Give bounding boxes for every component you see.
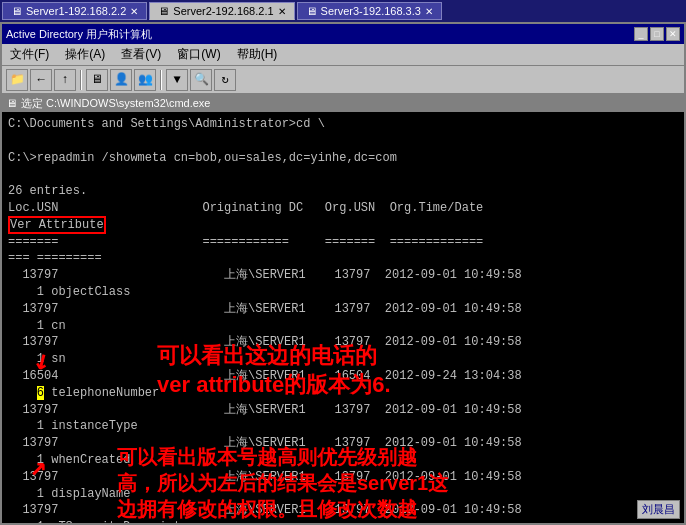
tab-bar: 🖥 Server1-192.168.2.2 ✕ 🖥 Server2-192.16… (0, 0, 686, 22)
tab-close-server2[interactable]: ✕ (278, 6, 286, 17)
menu-action[interactable]: 操作(A) (57, 44, 113, 65)
cmd-line-r8b: 1 nTSecurityDescriptor (8, 519, 678, 523)
cmd-line-r4b: 6 telephoneNumber (8, 385, 678, 402)
toolbar-computer-btn[interactable]: 🖥 (86, 69, 108, 91)
cmd-title-icon: 🖥 (6, 97, 17, 109)
cmd-line-blank2 (8, 166, 678, 183)
ver-attribute-highlight: Ver Attribute (8, 216, 106, 234)
cmd-line-blank1 (8, 133, 678, 150)
cmd-line-header: Loc.USN Originating DC Org.USN Org.Time/… (8, 200, 678, 217)
tab-server3[interactable]: 🖥 Server3-192.168.3.3 ✕ (297, 2, 442, 20)
title-bar-buttons: _ □ ✕ (634, 27, 680, 41)
cmd-line-2: C:\>repadmin /showmeta cn=bob,ou=sales,d… (8, 150, 678, 167)
title-bar: Active Directory 用户和计算机 _ □ ✕ (2, 24, 684, 44)
cmd-line-r3b: 1 sn (8, 351, 678, 368)
tab-server2[interactable]: 🖥 Server2-192.168.2.1 ✕ (149, 2, 294, 20)
toolbar-up-btn[interactable]: ↑ (54, 69, 76, 91)
cmd-line-r8a: 13797 上海\SERVER1 13797 2012-09-01 10:49:… (8, 502, 678, 519)
tab-icon-server1: 🖥 (11, 5, 22, 17)
cmd-line-1: C:\Documents and Settings\Administrator>… (8, 116, 678, 133)
cmd-line-r7b: 1 displayName (8, 486, 678, 503)
cmd-line-r4a: 16504 上海\SERVER1 16504 2012-09-24 13:04:… (8, 368, 678, 385)
window-title: Active Directory 用户和计算机 (6, 27, 634, 42)
tab-label-server1: Server1-192.168.2.2 (26, 5, 126, 17)
toolbar-sep1 (80, 70, 82, 90)
tab-server1[interactable]: 🖥 Server1-192.168.2.2 ✕ (2, 2, 147, 20)
toolbar-folder-btn[interactable]: 📁 (6, 69, 28, 91)
cmd-line-r5a: 13797 上海\SERVER1 13797 2012-09-01 10:49:… (8, 402, 678, 419)
toolbar: 📁 ← ↑ 🖥 👤 👥 ▼ 🔍 ↻ (2, 66, 684, 94)
tab-close-server1[interactable]: ✕ (130, 6, 138, 17)
cmd-content[interactable]: C:\Documents and Settings\Administrator>… (2, 112, 684, 523)
toolbar-user-btn[interactable]: 👤 (110, 69, 132, 91)
tab-icon-server2: 🖥 (158, 5, 169, 17)
tab-close-server3[interactable]: ✕ (425, 6, 433, 17)
cmd-line-r6a: 13797 上海\SERVER1 13797 2012-09-01 10:49:… (8, 435, 678, 452)
cmd-line-sep2: === ========= (8, 250, 678, 267)
menu-view[interactable]: 查看(V) (113, 44, 169, 65)
cmd-title-bar: 🖥 选定 C:\WINDOWS\system32\cmd.exe (2, 94, 684, 112)
minimize-button[interactable]: _ (634, 27, 648, 41)
tab-label-server3: Server3-192.168.3.3 (321, 5, 421, 17)
tab-icon-server3: 🖥 (306, 5, 317, 17)
menu-bar: 文件(F) 操作(A) 查看(V) 窗口(W) 帮助(H) (2, 44, 684, 66)
cmd-title-text: 选定 C:\WINDOWS\system32\cmd.exe (21, 96, 210, 111)
toolbar-group-btn[interactable]: 👥 (134, 69, 156, 91)
menu-help[interactable]: 帮助(H) (229, 44, 286, 65)
cmd-line-entries: 26 entries. (8, 183, 678, 200)
cmd-line-sep1: ======= ============ ======= ===========… (8, 234, 678, 251)
close-button[interactable]: ✕ (666, 27, 680, 41)
toolbar-refresh-btn[interactable]: ↻ (214, 69, 236, 91)
maximize-button[interactable]: □ (650, 27, 664, 41)
toolbar-sep2 (160, 70, 162, 90)
toolbar-filter-btn[interactable]: ▼ (166, 69, 188, 91)
cmd-line-r2b: 1 cn (8, 318, 678, 335)
cmd-line-r6b: 1 whenCreated (8, 452, 678, 469)
cmd-line-ver-attr: Ver Attribute (8, 217, 678, 234)
cmd-line-r7a: 13797 上海\SERVER1 13797 2012-09-01 10:49:… (8, 469, 678, 486)
toolbar-search-btn[interactable]: 🔍 (190, 69, 212, 91)
menu-window[interactable]: 窗口(W) (169, 44, 228, 65)
six-highlight: 6 (37, 386, 44, 400)
tab-label-server2: Server2-192.168.2.1 (173, 5, 273, 17)
toolbar-back-btn[interactable]: ← (30, 69, 52, 91)
cmd-line-r3a: 13797 上海\SERVER1 13797 2012-09-01 10:49:… (8, 334, 678, 351)
cmd-line-r1b: 1 objectClass (8, 284, 678, 301)
cmd-line-r1a: 13797 上海\SERVER1 13797 2012-09-01 10:49:… (8, 267, 678, 284)
cmd-line-r5b: 1 instanceType (8, 418, 678, 435)
menu-file[interactable]: 文件(F) (2, 44, 57, 65)
main-window: Active Directory 用户和计算机 _ □ ✕ 文件(F) 操作(A… (0, 22, 686, 525)
cmd-line-r2a: 13797 上海\SERVER1 13797 2012-09-01 10:49:… (8, 301, 678, 318)
cmd-window: 🖥 选定 C:\WINDOWS\system32\cmd.exe C:\Docu… (2, 94, 684, 523)
